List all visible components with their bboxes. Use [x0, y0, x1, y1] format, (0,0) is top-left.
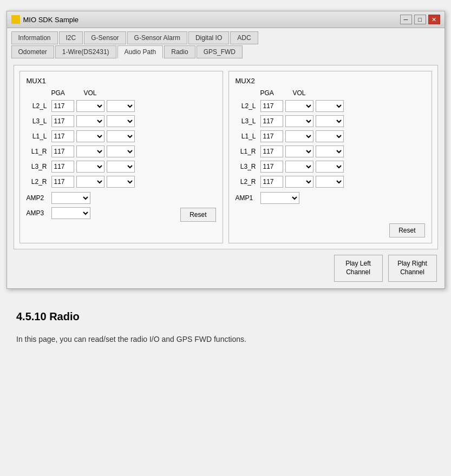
maximize-button[interactable]: □ [414, 15, 426, 24]
mux1-vol1-l3l[interactable] [76, 115, 104, 127]
mux1-vol2-l2r[interactable] [107, 176, 135, 188]
mux1-label-l3r: L3_R [27, 163, 47, 170]
mux-container: MUX1 PGA VOL L2_L L3_L [14, 65, 438, 249]
mux1-pga-l3l[interactable] [51, 115, 74, 127]
mux2-pga-l1l[interactable] [260, 130, 283, 142]
mux1-label-l3l: L3_L [27, 117, 47, 125]
mux2-label-l2r: L2_R [236, 178, 256, 186]
mux2-row-l1r: L1_R [236, 146, 425, 157]
tab-information[interactable]: Information [11, 31, 58, 44]
tab-odometer[interactable]: Odometer [11, 45, 54, 58]
mux2-vol2-l3l[interactable] [316, 115, 344, 127]
titlebar-left: MIO SDK Sample [11, 15, 79, 24]
app-icon [11, 15, 20, 24]
mux1-vol2-l3l[interactable] [107, 115, 135, 127]
mux1-label-l1l: L1_L [27, 133, 47, 140]
mux1-pga-l2l[interactable] [51, 100, 74, 112]
play-left-channel-button[interactable]: Play Left Channel [334, 255, 383, 282]
titlebar-buttons: ─ □ ✕ [400, 15, 440, 24]
mux1-vol1-l3r[interactable] [76, 161, 104, 173]
mux2-amp1-row: AMP1 [236, 192, 299, 204]
tab-g-sensor-alarm[interactable]: G-Sensor Alarm [127, 31, 187, 44]
mux1-row-l3r: L3_R [27, 161, 216, 173]
minimize-button[interactable]: ─ [400, 15, 412, 24]
mux2-vol1-l3l[interactable] [285, 115, 313, 127]
section-text: In this page, you can read/set the radio… [16, 334, 435, 345]
tab-row-1: Information I2C G-Sensor G-Sensor Alarm … [11, 31, 440, 44]
mux2-amp1-label: AMP1 [236, 194, 258, 202]
mux2-vol2-l1l[interactable] [316, 130, 344, 142]
mux1-label-l2l: L2_L [27, 102, 47, 110]
mux1-reset-button[interactable]: Reset [180, 208, 215, 222]
mux2-vol1-l2r[interactable] [285, 176, 313, 188]
mux1-vol1-l1l[interactable] [76, 130, 104, 142]
mux2-vol1-l3r[interactable] [285, 161, 313, 173]
mux1-title: MUX1 [27, 77, 216, 85]
mux1-pga-l3r[interactable] [51, 161, 74, 173]
mux2-panel: MUX2 PGA VOL L2_L L3_L [228, 71, 432, 243]
tab-digital-io[interactable]: Digital IO [188, 31, 229, 44]
play-right-line2: Channel [400, 268, 424, 276]
mux2-header-pga: PGA [260, 89, 289, 97]
mux2-vol2-l2r[interactable] [316, 176, 344, 188]
mux2-pga-l3l[interactable] [260, 115, 283, 127]
tab-1wire[interactable]: 1-Wire(DS2431) [55, 45, 116, 58]
mux2-row-l2l: L2_L [236, 100, 425, 112]
mux2-vol1-l1l[interactable] [285, 130, 313, 142]
mux1-amp2-select[interactable] [51, 192, 90, 204]
mux1-amp3-select[interactable] [51, 207, 90, 219]
play-right-channel-button[interactable]: Play Right Channel [388, 255, 437, 282]
mux2-pga-l2r[interactable] [260, 176, 283, 188]
mux2-vol2-l2l[interactable] [316, 100, 344, 112]
application-window: MIO SDK Sample ─ □ ✕ Information I2C G-S… [6, 11, 445, 289]
tab-adc[interactable]: ADC [230, 31, 258, 44]
tab-gps-fwd[interactable]: GPS_FWD [197, 45, 243, 58]
mux1-vol2-l2l[interactable] [107, 100, 135, 112]
mux2-label-l3r: L3_R [236, 163, 256, 170]
mux1-vol1-l1r[interactable] [76, 146, 104, 157]
mux1-vol2-l1l[interactable] [107, 130, 135, 142]
mux1-pga-l1l[interactable] [51, 130, 74, 142]
mux1-row-l2r: L2_R [27, 176, 216, 188]
mux2-pga-l3r[interactable] [260, 161, 283, 173]
mux1-vol2-l1r[interactable] [107, 146, 135, 157]
mux1-amp2-label: AMP2 [27, 194, 49, 202]
mux1-amp3-label: AMP3 [27, 209, 49, 217]
mux1-row-l3l: L3_L [27, 115, 216, 127]
tab-strip: Information I2C G-Sensor G-Sensor Alarm … [7, 28, 445, 58]
mux2-reset-button[interactable]: Reset [389, 223, 424, 237]
mux2-vol2-l3r[interactable] [316, 161, 344, 173]
mux1-row-l1r: L1_R [27, 146, 216, 157]
mux2-pga-l2l[interactable] [260, 100, 283, 112]
play-left-line2: Channel [346, 268, 370, 276]
mux2-label-l2l: L2_L [236, 102, 256, 110]
tab-radio[interactable]: Radio [164, 45, 195, 58]
mux2-row-l2r: L2_R [236, 176, 425, 188]
mux1-vol2-l3r[interactable] [107, 161, 135, 173]
mux1-pga-l1r[interactable] [51, 146, 74, 157]
window-title: MIO SDK Sample [23, 16, 79, 24]
mux2-vol1-l2l[interactable] [285, 100, 313, 112]
mux2-row-l3l: L3_L [236, 115, 425, 127]
mux1-pga-l2r[interactable] [51, 176, 74, 188]
tab-audio-path[interactable]: Audio Path [117, 45, 164, 58]
mux2-vol2-l1r[interactable] [316, 146, 344, 157]
mux2-amp1-select[interactable] [260, 192, 299, 204]
content-area: MUX1 PGA VOL L2_L L3_L [7, 60, 445, 288]
tab-row-2: Odometer 1-Wire(DS2431) Audio Path Radio… [11, 45, 440, 58]
mux1-header-vol: VOL [84, 89, 97, 97]
tab-i2c[interactable]: I2C [59, 31, 83, 44]
mux2-vol1-l1r[interactable] [285, 146, 313, 157]
mux2-header-vol: VOL [293, 89, 306, 97]
mux1-vol1-l2r[interactable] [76, 176, 104, 188]
mux1-label-l1r: L1_R [27, 148, 47, 155]
mux1-label-l2r: L2_R [27, 178, 47, 186]
mux1-row-l1l: L1_L [27, 130, 216, 142]
mux2-pga-l1r[interactable] [260, 146, 283, 157]
mux1-vol1-l2l[interactable] [76, 100, 104, 112]
mux2-label-l1r: L1_R [236, 148, 256, 155]
tab-g-sensor[interactable]: G-Sensor [84, 31, 126, 44]
close-button[interactable]: ✕ [428, 15, 440, 24]
mux2-row-l1l: L1_L [236, 130, 425, 142]
mux1-row-l2l: L2_L [27, 100, 216, 112]
